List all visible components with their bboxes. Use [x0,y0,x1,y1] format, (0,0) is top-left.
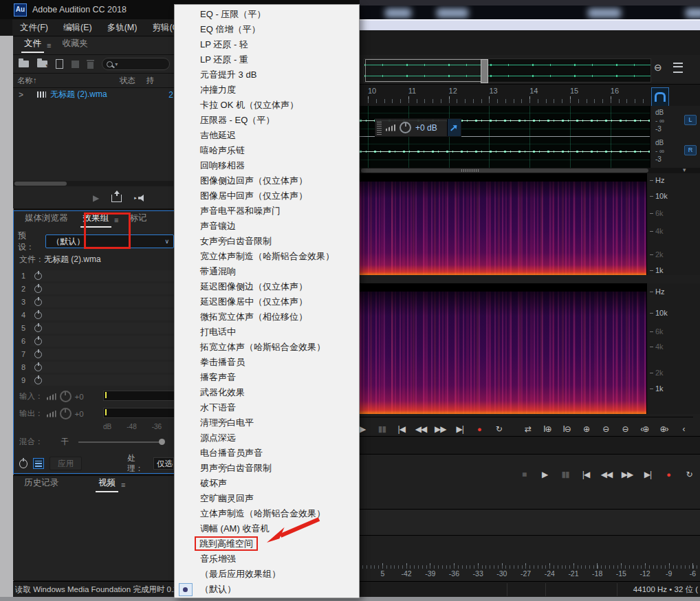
power-icon[interactable] [34,325,42,332]
scale-menu-icon[interactable]: ▾ [683,166,686,173]
power-icon[interactable] [34,351,42,358]
preview-play-icon[interactable]: ▶ [93,193,99,203]
power-icon[interactable] [34,364,42,371]
gain-knob[interactable] [400,122,411,133]
channel-right-button[interactable]: R [684,145,697,155]
preset-menu-item[interactable]: 延迟图像居中（仅立体声） [175,294,359,309]
power-icon[interactable] [34,272,42,280]
tab-files[interactable]: 文件 [20,38,45,54]
column-name[interactable]: 名称↑ [17,76,37,86]
preset-menu-item[interactable]: 冲撞力度 [175,83,359,98]
preset-menu-item[interactable]: 宽立体声制造（哈斯铝合金效果） [175,249,359,264]
preset-menu-item[interactable]: 电台播音员声音 [175,446,359,461]
snap-toggle[interactable] [651,87,669,107]
skip-to-start-button[interactable]: |◀ [392,424,411,434]
preset-menu-item[interactable]: 图像侧边回声（仅立体声） [175,173,359,188]
preset-menu-item[interactable]: 回响移相器 [175,158,359,173]
mix-slider[interactable] [78,441,162,443]
menu-bar-item[interactable]: 文件(F) [12,22,56,34]
preset-menu-item[interactable]: 吉他延迟 [175,128,359,143]
process-select[interactable]: 仅选 [153,457,174,470]
mix-slider-knob[interactable] [159,439,165,445]
play-button[interactable]: ▶ [534,470,555,479]
preset-menu-item[interactable]: 源点深远 [175,430,359,446]
save-icon[interactable] [72,61,79,68]
pin-button[interactable] [447,119,461,136]
time-ruler[interactable]: 10111213141516 [360,84,700,107]
preset-menu-item[interactable]: EQ - 压限（平） [175,7,359,22]
preset-menu-item[interactable]: 女声旁白齿音限制 [175,234,359,249]
preset-menu-item[interactable]: 武器化效果 [175,385,359,400]
rack-list-icon[interactable] [33,458,45,469]
trash-icon[interactable] [87,62,94,69]
preset-menu-item[interactable]: 微拓宽立体声（相位移位） [175,309,359,325]
preset-menu-item[interactable]: （默认） [175,582,359,597]
pause-button[interactable]: ▮▮ [555,470,576,479]
preset-menu-item[interactable]: 声音电平器和噪声门 [175,204,359,219]
preset-menu-item[interactable]: 嘻哈声乐链 [175,143,359,158]
zoom-out-full-button[interactable]: ⊖ [615,424,635,434]
expand-chevron-icon[interactable]: > [19,90,23,100]
rack-power-icon[interactable] [19,459,28,468]
channel-left-button[interactable]: L [684,115,697,125]
rewind-button[interactable]: ◀◀ [411,424,430,434]
preset-menu-item[interactable]: 卡拉 OK 机（仅立体声） [175,98,359,113]
skip-to-end-button[interactable]: ▶| [637,470,658,479]
fast-forward-button[interactable]: ▶▶ [430,424,450,434]
spectrogram-right-channel[interactable] [360,283,646,414]
overview-navigator[interactable] [364,58,651,83]
effect-slot[interactable]: 6 [17,336,174,347]
file-row[interactable]: > 无标题 (2).wma 2 [13,88,174,101]
effect-slot[interactable]: 1 [17,270,174,281]
search-options-icon[interactable]: ▾ [115,61,118,67]
editor-list-icon[interactable] [673,63,683,73]
panel-menu-icon[interactable]: ≡ [121,481,125,494]
preset-menu-item[interactable]: 水下语音 [175,400,359,415]
preset-menu-item[interactable]: 压限器 - EQ（平） [175,113,359,128]
power-icon[interactable] [34,338,42,345]
tab-media-browser[interactable]: 媒体浏览器 [21,212,72,229]
tab-video[interactable]: 视频 [94,477,120,494]
preset-menu-item[interactable]: 拓宽立体声（哈斯铝合金效果） [175,340,359,355]
zoom-partial-button[interactable]: ‹ [674,424,693,434]
input-gain-knob[interactable] [60,391,72,402]
preset-menu-item[interactable]: 元音提升 3 dB [175,67,359,83]
hud-grip-icon[interactable] [377,120,382,135]
power-icon[interactable] [34,377,42,384]
panel-menu-icon[interactable]: ≡ [47,41,51,54]
column-status[interactable]: 状态 [120,76,135,86]
zoom-out-amplitude-button[interactable]: I⊖ [557,424,576,434]
new-item-icon[interactable] [56,59,64,69]
preset-menu-item[interactable]: LP 还原 - 轻 [175,37,359,52]
power-icon[interactable] [34,312,42,319]
open-file-icon[interactable] [19,61,29,67]
stop-button[interactable]: ■ [514,470,534,479]
fast-forward-button[interactable]: ▶▶ [617,470,637,479]
zoom-to-out-point-button[interactable]: ⊕› [654,424,673,434]
files-horizontal-scrollbar[interactable] [13,181,173,186]
preset-menu-item[interactable]: 图像居中回声（仅立体声） [175,188,359,204]
zoom-in-amplitude-button[interactable]: I⊕ [538,424,557,434]
zoom-out-time-button[interactable]: ⊖ [596,424,615,434]
skip-to-start-button[interactable]: |◀ [576,470,596,479]
search-input[interactable]: ▾ [102,58,170,70]
effect-slot[interactable]: 7 [17,349,174,360]
effect-slot[interactable]: 3 [17,296,174,307]
tab-favorites[interactable]: 收藏夹 [58,38,92,54]
preset-menu-item[interactable]: LP 还原 - 重 [175,52,359,67]
preset-menu-item[interactable]: 清理旁白电平 [175,415,359,430]
skip-selection-button[interactable]: ⇄ [518,424,537,434]
apply-button[interactable]: 应用 [50,457,82,470]
skip-to-end-button[interactable]: ▶| [450,424,469,434]
rewind-button[interactable]: ◀◀ [596,470,617,479]
spectrogram-left-channel[interactable] [360,173,646,275]
output-gain-knob[interactable] [60,408,72,419]
preset-menu-item[interactable]: 播客声音 [175,370,359,385]
play-button[interactable]: ▶ [360,424,372,434]
effect-slot[interactable]: 2 [17,283,174,294]
overview-selection-handle[interactable] [481,59,488,83]
preset-menu-item[interactable]: EQ 倍增（平） [175,22,359,37]
loop-preview-icon[interactable] [111,195,122,202]
overview-selection[interactable] [365,59,483,82]
record-button[interactable]: ● [658,470,679,479]
